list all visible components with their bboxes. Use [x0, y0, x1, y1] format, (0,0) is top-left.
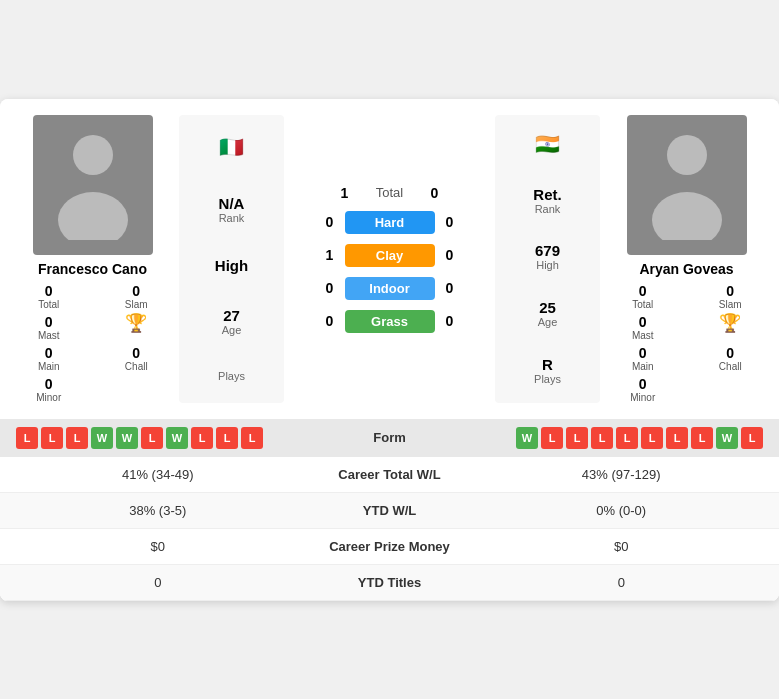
grass-row: 0 Grass 0 [292, 306, 487, 337]
player1-chall-label: Chall [125, 361, 148, 372]
career-wl-label: Career Total W/L [300, 467, 480, 482]
player2-trophy-icon: 🏆 [719, 314, 741, 332]
player2-plays-label: Plays [534, 373, 561, 385]
player2-age-val: 25 [539, 299, 556, 316]
form-badges-left: LLLWWLWLLL [16, 427, 344, 449]
form-badge-p1: L [66, 427, 88, 449]
career-wl-p2: 43% (97-129) [480, 467, 764, 482]
form-badge-p1: L [241, 427, 263, 449]
ytd-titles-label: YTD Titles [300, 575, 480, 590]
player1-mast-cell: 0 Mast [10, 314, 88, 341]
grass-p2-score: 0 [441, 313, 459, 329]
player2-slam-label: Slam [719, 299, 742, 310]
indoor-badge: Indoor [345, 277, 435, 300]
player1-name: Francesco Cano [38, 261, 147, 277]
player2-high-block: 679 High [535, 242, 560, 271]
form-badge-p1: L [41, 427, 63, 449]
ytd-titles-p1: 0 [16, 575, 300, 590]
form-badge-p2: L [566, 427, 588, 449]
player1-mast-label: Mast [38, 330, 60, 341]
form-badge-p2: L [641, 427, 663, 449]
grass-p1-score: 0 [321, 313, 339, 329]
career-wl-p1: 41% (34-49) [16, 467, 300, 482]
prize-money-p1: $0 [16, 539, 300, 554]
player2-plays-val: R [542, 356, 553, 373]
player1-minor-val: 0 [45, 376, 53, 392]
form-badges-right: WLLLLLLLWL [436, 427, 764, 449]
player2-total-label: Total [632, 299, 653, 310]
player1-total-cell: 0 Total [10, 283, 88, 310]
player2-total-cell: 0 Total [604, 283, 682, 310]
player2-total-val: 0 [639, 283, 647, 299]
form-badge-p2: L [691, 427, 713, 449]
player2-main-cell: 0 Main [604, 345, 682, 372]
form-badge-p2: L [591, 427, 613, 449]
clay-badge: Clay [345, 244, 435, 267]
player2-name: Aryan Goveas [639, 261, 733, 277]
clay-p1-score: 1 [321, 247, 339, 263]
svg-point-3 [652, 192, 722, 240]
player2-age-block: 25 Age [538, 299, 558, 328]
form-label: Form [350, 430, 430, 445]
total-p2-score: 0 [426, 185, 444, 201]
player1-slam-val: 0 [132, 283, 140, 299]
player1-chall-val: 0 [132, 345, 140, 361]
player2-minor-cell: 0 Minor [604, 376, 682, 403]
player1-plays-block: Plays [218, 370, 245, 382]
player1-minor-label: Minor [36, 392, 61, 403]
player1-rank-val: N/A [219, 195, 245, 212]
player1-rank-block: N/A Rank [219, 195, 245, 224]
player1-info-panel: 🇮🇹 N/A Rank High 27 Age Plays [179, 115, 284, 403]
player2-slam-cell: 0 Slam [692, 283, 770, 310]
player1-high-val: High [215, 257, 248, 274]
player2-slam-val: 0 [726, 283, 734, 299]
player1-age-block: 27 Age [222, 307, 242, 336]
total-p1-score: 1 [336, 185, 354, 201]
player2-flag: 🇮🇳 [535, 132, 560, 156]
svg-point-2 [667, 135, 707, 175]
form-badge-p1: L [16, 427, 38, 449]
player1-flag-block: 🇮🇹 [219, 135, 244, 161]
player1-minor-cell: 0 Minor [10, 376, 88, 403]
player1-total-label: Total [38, 299, 59, 310]
player1-card: Francesco Cano 0 Total 0 Slam 0 Mast 🏆 [10, 115, 175, 403]
player2-mast-val: 0 [639, 314, 647, 330]
prize-money-row: $0 Career Prize Money $0 [0, 529, 779, 565]
player1-main-val: 0 [45, 345, 53, 361]
ytd-wl-p2: 0% (0-0) [480, 503, 764, 518]
top-section: Francesco Cano 0 Total 0 Slam 0 Mast 🏆 [0, 99, 779, 419]
stats-section: 41% (34-49) Career Total W/L 43% (97-129… [0, 457, 779, 601]
player2-main-label: Main [632, 361, 654, 372]
player1-stats: 0 Total 0 Slam 0 Mast 🏆 0 Main [10, 283, 175, 403]
hard-p1-score: 0 [321, 214, 339, 230]
player2-minor-label: Minor [630, 392, 655, 403]
player1-high-block: High [215, 257, 248, 274]
form-badge-p2: L [616, 427, 638, 449]
form-badge-p2: W [516, 427, 538, 449]
form-badge-p1: L [141, 427, 163, 449]
player1-trophy-cell: 🏆 [98, 314, 176, 341]
player1-age-val: 27 [223, 307, 240, 324]
hard-row: 0 Hard 0 [292, 207, 487, 238]
player2-avatar [627, 115, 747, 255]
player2-high-val: 679 [535, 242, 560, 259]
form-badge-p2: W [716, 427, 738, 449]
form-badge-p1: L [191, 427, 213, 449]
player1-age-label: Age [222, 324, 242, 336]
hard-p2-score: 0 [441, 214, 459, 230]
player1-main-cell: 0 Main [10, 345, 88, 372]
ytd-titles-p2: 0 [480, 575, 764, 590]
player1-slam-cell: 0 Slam [98, 283, 176, 310]
player2-plays-block: R Plays [534, 356, 561, 385]
player2-mast-cell: 0 Mast [604, 314, 682, 341]
svg-point-0 [73, 135, 113, 175]
ytd-wl-p1: 38% (3-5) [16, 503, 300, 518]
player1-total-val: 0 [45, 283, 53, 299]
player2-stats: 0 Total 0 Slam 0 Mast 🏆 0 Main [604, 283, 769, 403]
player2-flag-block: 🇮🇳 [535, 132, 560, 158]
total-label: Total [360, 185, 420, 200]
player2-rank-label: Rank [535, 203, 561, 215]
player1-chall-cell: 0 Chall [98, 345, 176, 372]
total-row: 1 Total 0 [292, 181, 487, 205]
player1-mast-val: 0 [45, 314, 53, 330]
